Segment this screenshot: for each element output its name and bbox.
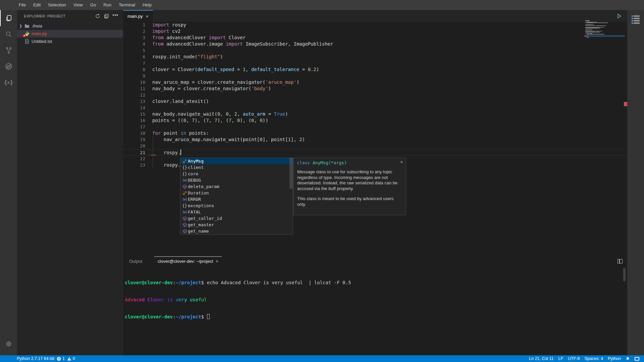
tab-output[interactable]: Output [126, 256, 146, 266]
problems-errors[interactable]: 1 [57, 356, 65, 361]
suggest-item-fatal[interactable]: [∅]FATAL [180, 209, 293, 215]
suggest-item-anymsg[interactable]: AnyMsg [180, 158, 293, 164]
encoding-indicator[interactable]: UTF-8 [568, 356, 580, 361]
problems-warnings[interactable]: 0 [67, 356, 75, 361]
suggest-item-error[interactable]: [∅]ERROR [180, 196, 293, 202]
code-line-21[interactable]: 21 rospy. [123, 149, 627, 156]
code-line-19[interactable]: 19 nav_aruco_map.navigate_wait(point[0],… [123, 136, 627, 143]
code-line-17[interactable]: 17 [123, 124, 627, 130]
tab-terminal[interactable]: clover@clover-dev: ~/project × [154, 256, 222, 266]
constant-symbol-icon: [∅] [181, 178, 188, 183]
minimap[interactable] [585, 20, 625, 44]
folder-file-icon [24, 23, 30, 29]
code-line-11[interactable]: 11nav_body = clover.create_navigator('bo… [123, 85, 627, 92]
constant-symbol-icon: [∅] [181, 209, 188, 215]
suggest-label: get_master [188, 222, 214, 227]
menu-view[interactable]: View [70, 0, 87, 10]
code-line-1[interactable]: 1import rospy [123, 22, 627, 28]
line-number: 18 [123, 130, 145, 136]
code-line-14[interactable]: 14 [123, 105, 627, 111]
menu-terminal[interactable]: Terminal [115, 0, 139, 10]
terminal-tab-close-icon[interactable]: × [216, 259, 218, 264]
code-line-15[interactable]: 15nav_body.navigate_wait(0, 0, 2, auto_a… [123, 111, 627, 117]
suggest-item-core[interactable]: {}core [180, 171, 293, 177]
docs-class-keyword: class [297, 160, 310, 165]
menu-go[interactable]: Go [87, 0, 100, 10]
suggest-item-get_name[interactable]: get_name [180, 228, 293, 234]
code-line-3[interactable]: 3from advancedClover import Clover [123, 35, 627, 41]
suggest-label: client [188, 165, 204, 170]
menu-help[interactable]: Help [139, 0, 155, 10]
suggest-item-get_master[interactable]: get_master [180, 222, 293, 228]
terminal-line: clover@clover-dev:~/project$ echo Advace… [125, 280, 627, 286]
settings-gear-icon[interactable] [0, 336, 17, 352]
eol-indicator[interactable]: LF [558, 356, 563, 361]
outline-list-icon[interactable] [632, 15, 640, 24]
suggest-item-delete_param[interactable]: delete_param [180, 183, 293, 190]
terminal[interactable]: clover@clover-dev:~/project$ echo Advace… [123, 266, 627, 331]
search-icon[interactable] [0, 26, 17, 42]
code-line-4[interactable]: 4from advancedClover.image import ImageS… [123, 41, 627, 47]
line-number: 9 [123, 73, 145, 79]
plugins-icon[interactable]: {✕} [0, 74, 17, 90]
code-line-18[interactable]: 18for point in points: [123, 130, 627, 136]
language-mode[interactable]: Python [608, 356, 621, 361]
class-symbol-icon [181, 159, 188, 164]
code-line-16[interactable]: 16points = ((0, 7), (7, 7), (7, 0), (0, … [123, 117, 627, 124]
terminal-prompt-line: clover@clover-dev:~/project$ [125, 314, 627, 320]
minimap-current-line [585, 35, 625, 37]
code-line-5[interactable]: 5 [123, 47, 627, 54]
files-icon[interactable] [0, 10, 17, 26]
line-number: 16 [123, 117, 145, 124]
more-actions-icon[interactable]: ••• [112, 13, 118, 19]
file-item--theia[interactable]: ❯.theia [17, 22, 123, 30]
code-line-9[interactable]: 9 [123, 73, 627, 79]
source-control-icon[interactable] [0, 42, 17, 58]
suggest-item-exceptions[interactable]: {}exceptions [180, 202, 293, 209]
error-badge: ✕ [23, 34, 26, 37]
python-interpreter[interactable]: Python 2.7.17 64-bit [17, 356, 54, 361]
status-bar: Python 2.7.17 64-bit 1 0 Ln 21, Col 11 L… [0, 355, 644, 362]
code-line-2[interactable]: 2import cv2 [123, 28, 627, 35]
menu-run[interactable]: Run [100, 0, 115, 10]
suggest-item-duration[interactable]: Duration [180, 190, 293, 196]
debug-icon[interactable] [0, 58, 17, 74]
menu-edit[interactable]: Edit [30, 0, 44, 10]
code-editor[interactable]: 1import rospy2import cv23from advancedCl… [123, 22, 627, 168]
code-line-10[interactable]: 10nav_aruco_map = clover.create_navigato… [123, 79, 627, 85]
refresh-icon[interactable] [95, 13, 100, 19]
code-line-8[interactable]: 8clover = Clover(default_speed = 1, defa… [123, 66, 627, 73]
warning-icon [67, 357, 71, 361]
suggest-item-get_caller_id[interactable]: get_caller_id [180, 215, 293, 222]
chevron-right-icon: ❯ [19, 24, 24, 28]
suggest-scrollbar[interactable] [289, 158, 293, 189]
code-line-6[interactable]: 6rospy.init_node("flight") [123, 54, 627, 60]
code-line-12[interactable]: 12 [123, 92, 627, 98]
screencast-icon[interactable] [635, 357, 639, 361]
line-number: 21 [123, 149, 145, 155]
suggest-item-debug[interactable]: [∅]DEBUG [180, 177, 293, 183]
tab-close-icon[interactable]: × [146, 14, 149, 19]
line-number: 5 [123, 47, 145, 54]
menu-selection[interactable]: Selection [44, 0, 69, 10]
docs-close-icon[interactable]: × [400, 160, 403, 165]
tab-main-py[interactable]: main.py × [123, 10, 153, 22]
file-item-main-py[interactable]: ✕main.py [17, 30, 123, 38]
indentation-indicator[interactable]: Spaces: 4 [584, 356, 603, 361]
panel-split-icon[interactable] [618, 259, 623, 263]
suggest-item-client[interactable]: {}client [180, 164, 293, 171]
line-number: 13 [123, 98, 145, 105]
code-line-20[interactable]: 20 [123, 143, 627, 149]
suggest-label: Duration [188, 190, 209, 195]
line-number: 8 [123, 66, 145, 73]
notifications-bell-icon[interactable] [626, 357, 630, 361]
collapse-all-icon[interactable] [104, 13, 109, 19]
cursor-position[interactable]: Ln 21, Col 11 [529, 356, 553, 361]
file-item-untitled-txt[interactable]: Untitled.txt [17, 38, 123, 45]
menu-file[interactable]: File [15, 0, 30, 10]
run-button[interactable] [616, 13, 623, 19]
terminal-scrollbar[interactable] [623, 268, 626, 281]
code-line-13[interactable]: 13clover.land_atexit() [123, 98, 627, 105]
terminal-cursor [207, 314, 210, 319]
code-line-7[interactable]: 7 [123, 60, 627, 66]
